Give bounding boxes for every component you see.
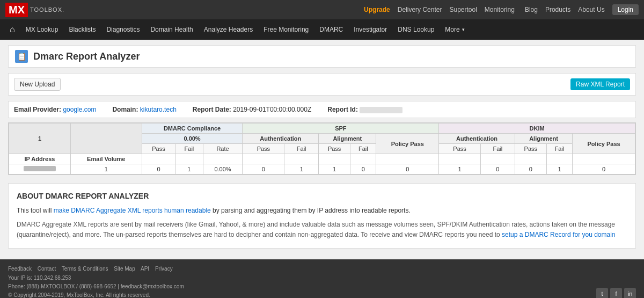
- spf-alignment-header: Alignment: [319, 134, 376, 144]
- upgrade-link[interactable]: Upgrade: [364, 6, 390, 13]
- more-dropdown[interactable]: More ▾: [440, 20, 470, 39]
- col-dkim-align-fail-h: [546, 154, 572, 164]
- facebook-icon[interactable]: f: [610, 288, 622, 298]
- footer-ip-line: Your IP is: 110.242.68.253: [8, 274, 184, 282]
- email-provider-value: google.com: [63, 106, 96, 113]
- blacklists-link[interactable]: Blacklists: [63, 20, 101, 39]
- footer-copyright: © Copyright 2004-2019, MxToolBox, Inc. A…: [8, 291, 184, 298]
- col-dmarc-fail-h: [175, 154, 203, 164]
- new-upload-button[interactable]: New Upload: [14, 78, 61, 91]
- top-nav: MX TOOLBOX. Upgrade Delivery Center Supe…: [0, 0, 644, 19]
- footer-ip-value[interactable]: 110.242.68.253: [34, 275, 71, 281]
- tool-bar: New Upload Raw XML Report: [8, 73, 636, 96]
- logo-mx-text: MX: [9, 4, 25, 16]
- cell-dkim-align-pass: 0: [515, 164, 546, 175]
- col-dkim-auth-pass-h: [439, 154, 481, 164]
- footer-info: Your IP is: 110.242.68.253 Phone: (888)-…: [8, 274, 184, 298]
- dmarc-record-link[interactable]: setup a DMARC Record for you domain: [502, 231, 615, 238]
- diagnostics-link[interactable]: Diagnostics: [101, 20, 145, 39]
- footer-left: Feedback Contact Terms & Conditions Site…: [8, 266, 184, 298]
- dkim-header: DKIM: [439, 123, 635, 134]
- monitoring-dropdown[interactable]: Monitoring ▾: [485, 6, 517, 13]
- col-dkim-auth-fail-h: [481, 154, 515, 164]
- col-ip-address: IP Address: [9, 154, 71, 164]
- dmarc-pct-header: 0.00%: [142, 134, 243, 144]
- investigator-link[interactable]: Investigator: [348, 20, 392, 39]
- supertool-link[interactable]: Supertool: [449, 6, 477, 13]
- col-dmarc-rate: Rate: [203, 144, 243, 154]
- logo-box: MX: [5, 3, 28, 17]
- domain-field: Domain: kikutaro.tech: [112, 106, 176, 113]
- col-spf-align-pass-h: [319, 154, 350, 164]
- footer-privacy-link[interactable]: Privacy: [155, 266, 173, 272]
- linkedin-icon[interactable]: in: [624, 288, 636, 298]
- home-icon: ⌂: [10, 25, 15, 34]
- spf-policy-header: Policy Pass: [376, 134, 439, 154]
- about-intro: This tool will make DMARC Aggregate XML …: [17, 206, 627, 215]
- raw-xml-report-button[interactable]: Raw XML Report: [570, 78, 630, 90]
- col-spf-auth-pass: Pass: [243, 144, 284, 154]
- footer-sitemap-link[interactable]: Site Map: [114, 266, 135, 272]
- report-date-field: Report Date: 2019-09-01T00:00:00.000Z: [193, 106, 311, 113]
- report-id-label: Report Id:: [327, 106, 358, 113]
- main-nav: ⌂ MX Lookup Blacklists Diagnostics Domai…: [0, 19, 644, 40]
- monitoring-caret-icon: ▾: [515, 7, 517, 12]
- monitoring-link[interactable]: Monitoring: [485, 6, 515, 13]
- col-header-count: 1: [9, 123, 71, 154]
- report-metadata: Email Provider: google.com Domain: kikut…: [8, 101, 636, 118]
- blog-link[interactable]: Blog: [525, 6, 538, 13]
- footer-contact-link[interactable]: Contact: [38, 266, 56, 272]
- mxlookup-link[interactable]: MX Lookup: [20, 20, 64, 39]
- cell-spf-policy: 0: [376, 164, 439, 175]
- footer-terms-link[interactable]: Terms & Conditions: [62, 266, 108, 272]
- col-dmarc-pass-h: [142, 154, 175, 164]
- report-id-value: [360, 107, 402, 113]
- dmarc-icon-symbol: 📋: [17, 52, 26, 61]
- analyze-headers-link[interactable]: Analyze Headers: [199, 20, 258, 39]
- about-us-link[interactable]: About Us: [578, 6, 604, 13]
- page-title-bar: 📋 Dmarc Report Analyzer: [8, 45, 636, 68]
- delivery-center-link[interactable]: Delivery Center: [398, 6, 442, 13]
- cell-dkim-align-fail: 1: [546, 164, 572, 175]
- col-dkim-align-fail: Fail: [546, 144, 572, 154]
- more-button[interactable]: More ▾: [440, 20, 470, 39]
- cell-dkim-policy: 0: [573, 164, 635, 175]
- dmarc-link[interactable]: DMARC: [314, 20, 348, 39]
- home-link[interactable]: ⌂: [4, 19, 20, 40]
- col-spf-align-fail: Fail: [350, 144, 376, 154]
- cell-dmarc-fail: 1: [175, 164, 203, 175]
- login-button[interactable]: Login: [612, 4, 639, 15]
- free-monitoring-link[interactable]: Free Monitoring: [258, 20, 314, 39]
- dkim-authentication-header: Authentication: [439, 134, 515, 144]
- products-link[interactable]: Products: [545, 6, 570, 13]
- dmarc-report-table: 1 DMARC Compliance SPF DKIM 0.00% Authen…: [9, 123, 635, 175]
- cell-dkim-auth-pass: 1: [439, 164, 481, 175]
- twitter-icon[interactable]: t: [596, 288, 608, 298]
- cell-spf-auth-fail: 1: [284, 164, 319, 175]
- more-label: More: [445, 26, 459, 33]
- more-caret-icon: ▾: [462, 27, 465, 32]
- domain-label: Domain:: [112, 106, 138, 113]
- dmarc-icon: 📋: [15, 50, 28, 63]
- footer-api-link[interactable]: API: [141, 266, 149, 272]
- top-nav-links: Upgrade Delivery Center Supertool Monito…: [364, 4, 639, 15]
- logo[interactable]: MX TOOLBOX.: [5, 3, 64, 17]
- col-spf-auth-fail: Fail: [284, 144, 319, 154]
- email-provider-field: Email Provider: google.com: [14, 106, 96, 113]
- cell-spf-align-pass: 1: [319, 164, 350, 175]
- dmarc-compliance-header: DMARC Compliance: [142, 123, 243, 134]
- footer-email-link[interactable]: feedback@mxtoolbox.com: [121, 284, 184, 289]
- page-content: 📋 Dmarc Report Analyzer New Upload Raw X…: [0, 40, 644, 259]
- cell-email-volume: 1: [70, 164, 142, 175]
- col-header-empty: [70, 123, 142, 154]
- footer-feedback-link[interactable]: Feedback: [8, 266, 32, 272]
- cell-dkim-auth-fail: 0: [481, 164, 515, 175]
- footer-social: t f in: [596, 288, 636, 298]
- domain-health-link[interactable]: Domain Health: [145, 20, 198, 39]
- dns-lookup-link[interactable]: DNS Lookup: [392, 20, 440, 39]
- footer-ip-label: Your IP is:: [8, 275, 32, 281]
- report-table-wrapper: 1 DMARC Compliance SPF DKIM 0.00% Authen…: [8, 122, 636, 175]
- col-dmarc-rate-h: [203, 154, 243, 164]
- footer: Feedback Contact Terms & Conditions Site…: [0, 259, 644, 298]
- col-spf-auth-fail-h: [284, 154, 319, 164]
